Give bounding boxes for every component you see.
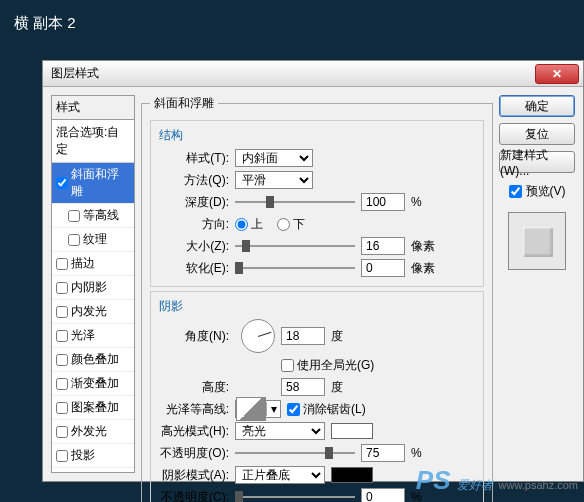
style-item-outer-glow[interactable]: 外发光 — [52, 420, 134, 444]
depth-input[interactable]: 100 — [361, 193, 405, 211]
new-style-button[interactable]: 新建样式(W)... — [499, 151, 575, 173]
style-checkbox-outer-glow[interactable] — [56, 426, 68, 438]
options-panel: 斜面和浮雕 结构 样式(T): 内斜面 方法(Q): 平滑 深度(D): 100 — [141, 95, 493, 473]
titlebar[interactable]: 图层样式 ✕ — [43, 61, 583, 87]
direction-up-radio[interactable]: 上 — [235, 216, 263, 233]
angle-input[interactable]: 18 — [281, 327, 325, 345]
style-item-label: 内发光 — [71, 303, 107, 320]
style-checkbox-bevel[interactable] — [56, 177, 68, 189]
highlight-mode-label: 高光模式(H): — [159, 423, 229, 440]
technique-select[interactable]: 平滑 — [235, 171, 313, 189]
bevel-fieldset: 斜面和浮雕 结构 样式(T): 内斜面 方法(Q): 平滑 深度(D): 100 — [141, 95, 493, 502]
soften-input[interactable]: 0 — [361, 259, 405, 277]
highlight-opacity-slider[interactable] — [235, 445, 355, 461]
style-item-gradient-overlay[interactable]: 渐变叠加 — [52, 372, 134, 396]
style-item-label: 等高线 — [83, 207, 119, 224]
style-checkbox-pattern-overlay[interactable] — [56, 402, 68, 414]
style-item-inner-shadow[interactable]: 内阴影 — [52, 276, 134, 300]
style-item-pattern-overlay[interactable]: 图案叠加 — [52, 396, 134, 420]
percent-label: % — [411, 195, 422, 209]
style-item-satin[interactable]: 光泽 — [52, 324, 134, 348]
cancel-button[interactable]: 复位 — [499, 123, 575, 145]
highlight-opacity-label: 不透明度(O): — [159, 445, 229, 462]
structure-group: 结构 样式(T): 内斜面 方法(Q): 平滑 深度(D): 100 % — [150, 120, 484, 287]
blend-options-row[interactable]: 混合选项:自定 — [52, 120, 134, 163]
styles-list: 混合选项:自定 斜面和浮雕等高线纹理描边内阴影内发光光泽颜色叠加渐变叠加图案叠加… — [51, 119, 135, 473]
style-checkbox-drop-shadow[interactable] — [56, 450, 68, 462]
style-label: 样式(T): — [159, 150, 229, 167]
shadow-mode-label: 阴影模式(A): — [159, 467, 229, 484]
style-item-label: 纹理 — [83, 231, 107, 248]
style-item-stroke[interactable]: 描边 — [52, 252, 134, 276]
app-title: 横 副本 2 — [0, 0, 584, 33]
soften-label: 软化(E): — [159, 260, 229, 277]
section-title: 斜面和浮雕 — [150, 95, 218, 112]
style-item-label: 颜色叠加 — [71, 351, 119, 368]
style-checkbox-color-overlay[interactable] — [56, 354, 68, 366]
style-item-contour[interactable]: 等高线 — [52, 204, 134, 228]
style-item-label: 外发光 — [71, 423, 107, 440]
altitude-label: 高度: — [159, 379, 229, 396]
shadow-opacity-input[interactable]: 0 — [361, 488, 405, 502]
highlight-color-chip[interactable] — [331, 423, 373, 439]
style-item-label: 描边 — [71, 255, 95, 272]
highlight-opacity-input[interactable]: 75 — [361, 444, 405, 462]
size-slider[interactable] — [235, 238, 355, 254]
direction-label: 方向: — [159, 216, 229, 233]
chevron-down-icon: ▾ — [266, 402, 280, 416]
shadow-opacity-slider[interactable] — [235, 489, 355, 502]
right-buttons: 确定 复位 新建样式(W)... 预览(V) — [499, 95, 575, 473]
style-checkbox-inner-glow[interactable] — [56, 306, 68, 318]
antialias-checkbox[interactable]: 消除锯齿(L) — [287, 401, 366, 418]
style-item-label: 斜面和浮雕 — [71, 166, 130, 200]
technique-label: 方法(Q): — [159, 172, 229, 189]
style-item-label: 图案叠加 — [71, 399, 119, 416]
preview-checkbox[interactable]: 预览(V) — [499, 183, 575, 200]
depth-slider[interactable] — [235, 194, 355, 210]
styles-panel: 样式 混合选项:自定 斜面和浮雕等高线纹理描边内阴影内发光光泽颜色叠加渐变叠加图… — [51, 95, 135, 473]
style-item-inner-glow[interactable]: 内发光 — [52, 300, 134, 324]
size-input[interactable]: 16 — [361, 237, 405, 255]
px-label-2: 像素 — [411, 260, 435, 277]
angle-label: 角度(N): — [159, 328, 229, 345]
watermark: PS 爱好者 www.psahz.com — [416, 465, 578, 496]
style-item-label: 内阴影 — [71, 279, 107, 296]
px-label: 像素 — [411, 238, 435, 255]
style-item-color-overlay[interactable]: 颜色叠加 — [52, 348, 134, 372]
degree-label-2: 度 — [331, 379, 343, 396]
style-select[interactable]: 内斜面 — [235, 149, 313, 167]
direction-down-radio[interactable]: 下 — [277, 216, 305, 233]
style-item-drop-shadow[interactable]: 投影 — [52, 444, 134, 468]
shading-heading: 阴影 — [159, 298, 475, 315]
dialog-title: 图层样式 — [51, 65, 99, 82]
style-item-label: 渐变叠加 — [71, 375, 119, 392]
structure-heading: 结构 — [159, 127, 475, 144]
close-button[interactable]: ✕ — [535, 64, 579, 84]
style-item-texture[interactable]: 纹理 — [52, 228, 134, 252]
style-checkbox-gradient-overlay[interactable] — [56, 378, 68, 390]
ok-button[interactable]: 确定 — [499, 95, 575, 117]
size-label: 大小(Z): — [159, 238, 229, 255]
highlight-mode-select[interactable]: 亮光 — [235, 422, 325, 440]
shadow-color-chip[interactable] — [331, 467, 373, 483]
style-checkbox-contour[interactable] — [68, 210, 80, 222]
gloss-contour-picker[interactable]: ▾ — [235, 400, 281, 418]
style-item-label: 光泽 — [71, 327, 95, 344]
shadow-opacity-label: 不透明度(C): — [159, 489, 229, 503]
angle-dial[interactable] — [241, 319, 275, 353]
depth-label: 深度(D): — [159, 194, 229, 211]
style-checkbox-texture[interactable] — [68, 234, 80, 246]
layer-style-dialog: 图层样式 ✕ 样式 混合选项:自定 斜面和浮雕等高线纹理描边内阴影内发光光泽颜色… — [42, 60, 584, 482]
style-item-bevel[interactable]: 斜面和浮雕 — [52, 163, 134, 204]
degree-label: 度 — [331, 328, 343, 345]
style-checkbox-stroke[interactable] — [56, 258, 68, 270]
altitude-input[interactable]: 58 — [281, 378, 325, 396]
style-checkbox-satin[interactable] — [56, 330, 68, 342]
preview-box — [508, 212, 566, 270]
shadow-mode-select[interactable]: 正片叠底 — [235, 466, 325, 484]
soften-slider[interactable] — [235, 260, 355, 276]
contour-icon — [236, 397, 266, 421]
close-icon: ✕ — [552, 67, 562, 81]
global-light-checkbox[interactable]: 使用全局光(G) — [281, 357, 374, 374]
style-checkbox-inner-shadow[interactable] — [56, 282, 68, 294]
